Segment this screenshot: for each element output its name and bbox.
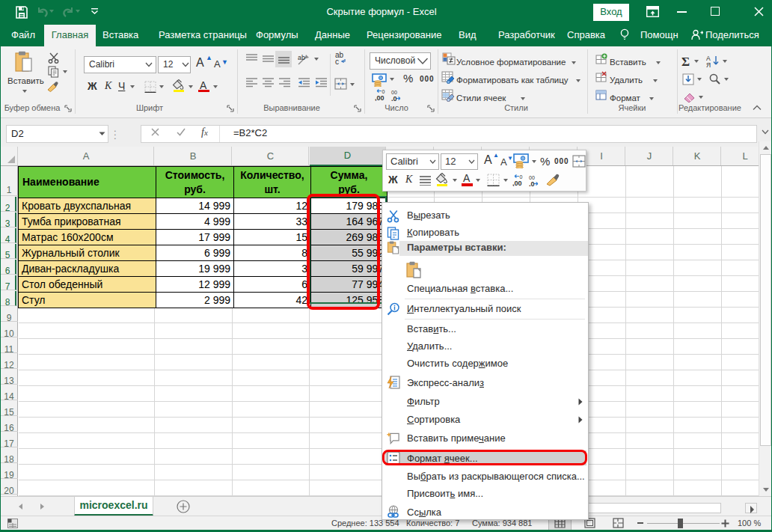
svg-text:,0: ,0 [529, 180, 535, 187]
svg-text:,00: ,00 [375, 94, 385, 102]
svg-text:,00: ,00 [512, 180, 522, 187]
svg-text:Я: Я [706, 61, 711, 68]
svg-text:,0: ,0 [391, 95, 397, 102]
svg-text:00: 00 [391, 90, 397, 95]
svg-text:c: c [335, 58, 339, 65]
svg-text:00: 00 [529, 175, 535, 180]
svg-text:ab: ab [298, 54, 305, 61]
